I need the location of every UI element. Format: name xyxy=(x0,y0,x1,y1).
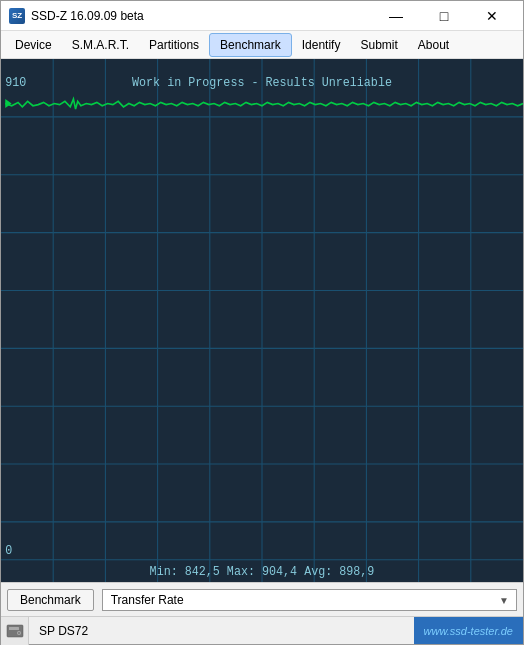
svg-point-27 xyxy=(18,632,20,634)
svg-text:0: 0 xyxy=(5,544,12,558)
menu-item-benchmark[interactable]: Benchmark xyxy=(209,33,292,57)
bottom-controls: Benchmark Transfer Rate Access Time IOPS… xyxy=(1,582,523,616)
svg-rect-25 xyxy=(9,627,19,630)
benchmark-button[interactable]: Benchmark xyxy=(7,589,94,611)
menu-item-identify[interactable]: Identify xyxy=(292,34,351,56)
menu-item-about[interactable]: About xyxy=(408,34,459,56)
window-title: SSD-Z 16.09.09 beta xyxy=(31,9,144,23)
minimize-button[interactable]: — xyxy=(373,1,419,31)
status-disk-icon xyxy=(1,617,29,645)
maximize-button[interactable]: □ xyxy=(421,1,467,31)
website-label: www.ssd-tester.de xyxy=(414,617,523,644)
disk-icon xyxy=(6,624,24,638)
svg-text:Min: 842,5  Max: 904,4  Avg: 8: Min: 842,5 Max: 904,4 Avg: 898,9 xyxy=(150,565,375,579)
menu-item-submit[interactable]: Submit xyxy=(350,34,407,56)
svg-text:910: 910 xyxy=(5,75,26,89)
status-bar: SP DS72 www.ssd-tester.de xyxy=(1,616,523,644)
benchmark-chart: 910 Work in Progress - Results Unreliabl… xyxy=(1,59,523,582)
window-controls: — □ ✕ xyxy=(373,1,515,31)
drive-name: SP DS72 xyxy=(29,624,414,638)
app-icon: SZ xyxy=(9,8,25,24)
chart-svg: 910 Work in Progress - Results Unreliabl… xyxy=(1,59,523,582)
title-bar-left: SZ SSD-Z 16.09.09 beta xyxy=(9,8,144,24)
svg-rect-24 xyxy=(7,625,23,637)
menu-item-smart[interactable]: S.M.A.R.T. xyxy=(62,34,139,56)
dropdown-container: Transfer Rate Access Time IOPS ▼ xyxy=(102,589,517,611)
svg-text:Work in Progress - Results Unr: Work in Progress - Results Unreliable xyxy=(132,75,392,89)
transfer-type-dropdown[interactable]: Transfer Rate Access Time IOPS xyxy=(102,589,517,611)
menu-item-partitions[interactable]: Partitions xyxy=(139,34,209,56)
menu-bar: Device S.M.A.R.T. Partitions Benchmark I… xyxy=(1,31,523,59)
menu-item-device[interactable]: Device xyxy=(5,34,62,56)
main-window: SZ SSD-Z 16.09.09 beta — □ ✕ Device S.M.… xyxy=(0,0,524,645)
title-bar: SZ SSD-Z 16.09.09 beta — □ ✕ xyxy=(1,1,523,31)
close-button[interactable]: ✕ xyxy=(469,1,515,31)
